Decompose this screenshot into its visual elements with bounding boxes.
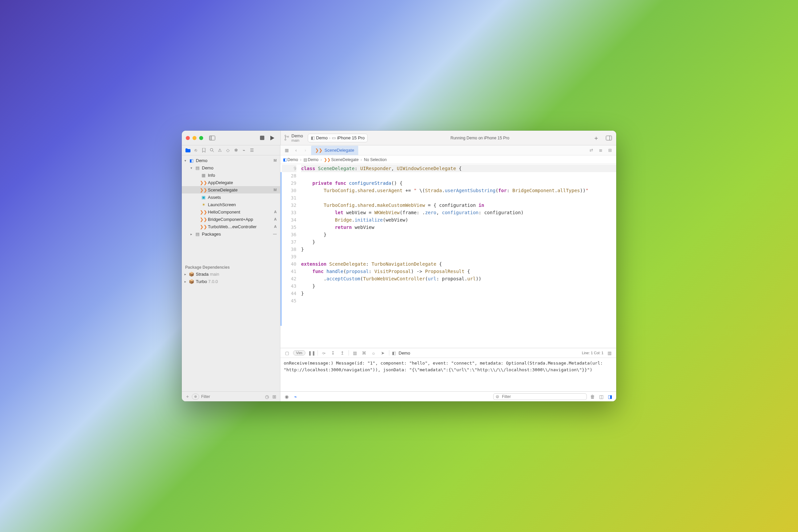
tree-row[interactable]: ▦ Info (182, 171, 280, 179)
line-gutter[interactable]: 9282930313233343536373839404142434445 (280, 164, 301, 348)
add-button[interactable]: ＋ (592, 134, 600, 142)
disclosure-chevron-icon[interactable]: ▾ (189, 166, 193, 170)
jump-seg-2[interactable]: SceneDelegate (331, 157, 359, 162)
jump-seg-1[interactable]: Demo (308, 157, 319, 162)
tree-row[interactable]: ▸ ▤ Packages — (182, 230, 280, 238)
console-filter-input[interactable] (501, 394, 585, 399)
toggle-right-sidebar-button[interactable] (605, 134, 613, 142)
tree-row[interactable]: ❯❯ AppDelegate (182, 179, 280, 186)
package-icon: 📦 (188, 272, 194, 277)
tree-row[interactable]: ❯❯ HelloComponent A (182, 208, 280, 215)
swift-icon: ❯❯ (201, 188, 207, 192)
breakpoint-navigator-tab[interactable]: ⌁ (241, 147, 247, 154)
location-button[interactable]: ➤ (380, 350, 386, 356)
related-items-button[interactable]: ▦ (283, 148, 290, 153)
hide-debug-button[interactable]: ▢ (284, 350, 290, 356)
svg-point-4 (285, 135, 286, 136)
app-icon: ◧ (188, 158, 194, 163)
source-control-branch[interactable]: Demo main (284, 133, 303, 142)
debug-navigator-tab[interactable]: ✻ (233, 147, 239, 154)
tree-row[interactable]: ▾ ◧ Demo M (182, 157, 280, 164)
code-area[interactable]: class SceneDelegate: UIResponder, UIWind… (301, 164, 616, 348)
filter-icon: ⊜ (496, 394, 499, 399)
svg-line-10 (212, 151, 214, 152)
auto-button[interactable]: ◉ (284, 394, 290, 399)
scm-badge: A (274, 225, 278, 229)
scheme-selector[interactable]: ◧ Demo › ▭ iPhone 15 Pro (308, 134, 367, 142)
package-row[interactable]: ▸ 📦 Turbo 7.0.0 (182, 278, 280, 285)
toggle-breakpoints-button[interactable]: ⌁ (292, 394, 299, 399)
tree-row[interactable]: ❯❯ SceneDelegate M (182, 186, 280, 193)
zoom-window-button[interactable] (199, 136, 203, 140)
disclosure-chevron-icon[interactable]: ▸ (189, 232, 193, 236)
swift-icon: ❯❯ (315, 148, 322, 153)
project-navigator-tab[interactable] (185, 147, 191, 154)
bookmark-navigator-tab[interactable] (201, 147, 207, 154)
recent-files-button[interactable]: ◷ (264, 394, 270, 399)
step-over-button[interactable]: ⤼ (321, 350, 327, 356)
history-back-button[interactable]: ‹ (292, 148, 300, 153)
tree-row[interactable]: ❯❯ BridgeComponent+App A (182, 215, 280, 223)
device-icon: ▭ (332, 135, 336, 140)
pause-button[interactable]: ❚❚ (308, 350, 315, 356)
toggle-variables-button[interactable]: ▥ (606, 350, 613, 356)
stop-button[interactable] (258, 134, 266, 142)
source-editor[interactable]: 9282930313233343536373839404142434445 cl… (280, 164, 616, 348)
minimize-window-button[interactable] (192, 136, 196, 140)
report-navigator-tab[interactable]: ☰ (249, 147, 255, 154)
run-button[interactable] (268, 134, 277, 142)
source-control-navigator-tab[interactable]: ⎋ (192, 147, 199, 154)
jump-to-button[interactable]: ⇄ (587, 148, 595, 153)
console-pane-button[interactable]: ◨ (607, 394, 613, 399)
filter-scope[interactable]: ⊜ (192, 394, 199, 400)
console-output[interactable]: onReceive(message:) Message(id: "1", com… (280, 358, 616, 391)
swift-icon: ❯❯ (201, 210, 207, 214)
issue-navigator-tab[interactable]: ⚠︎ (216, 147, 223, 154)
debug-view-button[interactable]: ▥ (352, 350, 358, 356)
find-navigator-tab[interactable] (209, 147, 215, 154)
grid-icon: ▦ (201, 173, 207, 178)
chevron-right-icon: › (329, 135, 330, 140)
tree-row[interactable]: ✶ LaunchScreen (182, 201, 280, 208)
test-navigator-tab[interactable]: ◇ (225, 147, 231, 154)
disclosure-chevron-icon[interactable]: ▸ (183, 280, 187, 283)
disclosure-chevron-icon[interactable]: ▸ (183, 272, 187, 276)
tab-scenedelegate[interactable]: ❯❯ SceneDelegate (311, 146, 358, 155)
toggle-left-sidebar-button[interactable] (208, 134, 216, 142)
xcode-window: Demo main ◧ Demo › ▭ iPhone 15 Pro Runni… (182, 131, 616, 401)
tree-row[interactable]: ▾ ▤ Demo (182, 164, 280, 171)
add-file-button[interactable]: ＋ (185, 394, 190, 400)
env-overrides-button[interactable]: ☼ (370, 350, 377, 356)
storyboard-icon: ✶ (201, 202, 207, 207)
jump-bar[interactable]: ◧ Demo› ▤ Demo› ❯❯ SceneDelegate› No Sel… (280, 155, 616, 164)
add-editor-button[interactable]: ⊞ (606, 148, 613, 153)
debug-process-label[interactable]: Demo (399, 350, 410, 356)
variables-pane-button[interactable]: ◫ (598, 394, 604, 399)
scm-filter-button[interactable]: ⊞ (271, 394, 277, 399)
package-name: Turbo 7.0.0 (196, 279, 278, 284)
step-into-button[interactable]: ↧ (330, 350, 337, 356)
disclosure-chevron-icon[interactable]: ▾ (183, 159, 187, 163)
tree-label: Demo (202, 166, 276, 170)
vim-mode-pill[interactable]: Vim (293, 350, 305, 356)
adjust-editor-button[interactable]: ≣ (597, 148, 604, 153)
tree-label: LaunchScreen (208, 202, 276, 207)
scm-badge: A (274, 210, 278, 214)
close-window-button[interactable] (186, 136, 190, 140)
memory-graph-button[interactable]: ⌘ (361, 350, 367, 356)
history-forward-button[interactable]: › (302, 148, 309, 153)
step-out-button[interactable]: ↥ (339, 350, 346, 356)
project-tree[interactable]: ▾ ◧ Demo M▾ ▤ Demo ▦ Info ❯❯ AppDelegate… (182, 155, 280, 262)
navigator-filter-input[interactable] (201, 394, 263, 399)
project-icon: ◧ (283, 157, 287, 162)
jump-seg-3[interactable]: No Selection (364, 157, 387, 162)
tree-row[interactable]: ❯❯ TurboWeb…ewController A (182, 223, 280, 230)
change-bar (280, 172, 282, 326)
svg-point-6 (287, 136, 289, 137)
package-row[interactable]: ▸ 📦 Strada main (182, 270, 280, 278)
tree-row[interactable]: ▣ Assets (182, 193, 280, 201)
scm-badge: — (273, 232, 278, 236)
clear-console-button[interactable]: 🗑 (589, 394, 595, 399)
folder-icon: ▤ (303, 157, 307, 162)
jump-seg-0[interactable]: Demo (287, 157, 298, 162)
